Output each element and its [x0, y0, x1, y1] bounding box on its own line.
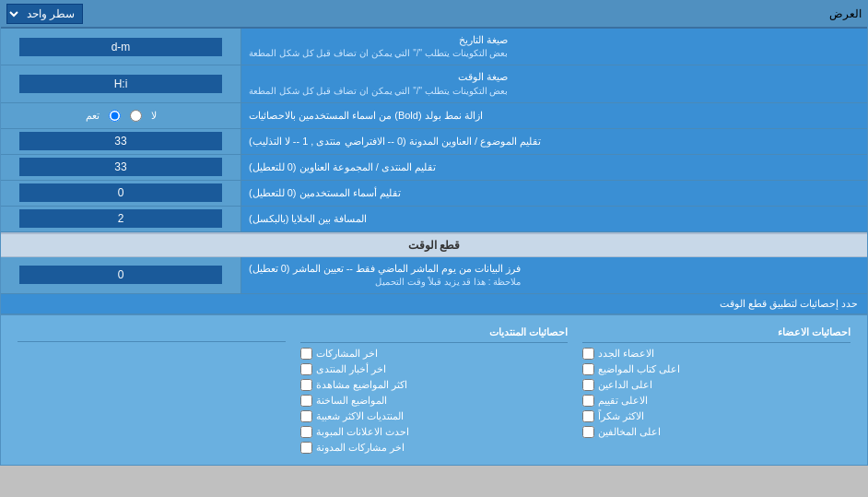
trim-users-row: تقليم أسماء المستخدمين (0 للتعطيل)	[1, 181, 867, 207]
checkbox-forum-news[interactable]	[300, 363, 312, 375]
main-container: العرض سطر واحد سطرين ثلاثة أسطر صيغة الت…	[0, 0, 868, 466]
checkbox-most-thanks[interactable]	[582, 410, 594, 422]
cell-spacing-input[interactable]	[19, 209, 222, 228]
display-select[interactable]: سطر واحد سطرين ثلاثة أسطر	[6, 4, 83, 24]
limit-row: حدد إحصائيات لتطبيق قطع الوقت	[1, 294, 867, 314]
cut-time-input[interactable]	[19, 266, 222, 284]
list-item: الاعلى تقييم	[582, 393, 850, 408]
checkbox-top-inviters[interactable]	[582, 379, 594, 391]
time-format-input[interactable]	[19, 75, 222, 93]
trim-users-label: تقليم أسماء المستخدمين (0 للتعطيل)	[240, 181, 867, 206]
checkbox-popular-forums[interactable]	[300, 410, 312, 422]
trim-titles-label: تقليم الموضوع / العناوين المدونة (0 -- ا…	[240, 129, 867, 154]
checkbox-grid: احصائيات الاعضاء الاعضاء الجدد اعلى كتاب…	[10, 321, 858, 459]
cell-spacing-label: المسافة بين الخلايا (بالبكسل)	[240, 207, 867, 231]
trim-titles-row: تقليم الموضوع / العناوين المدونة (0 -- ا…	[1, 129, 867, 155]
checkbox-area: احصائيات الاعضاء الاعضاء الجدد اعلى كتاب…	[1, 314, 867, 465]
bold-remove-yes-radio[interactable]	[109, 110, 121, 122]
list-item: اخر أخبار المنتدى	[300, 361, 569, 377]
col-extra-stats	[10, 321, 293, 459]
bold-remove-row: ازالة نمط بولد (Bold) من اسماء المستخدمي…	[1, 103, 867, 129]
time-format-input-wrapper	[1, 65, 240, 101]
date-format-label: صيغة التاريخ بعض التكوينات يتطلب "/" الت…	[240, 29, 867, 65]
cell-spacing-row: المسافة بين الخلايا (بالبكسل)	[1, 207, 867, 232]
list-item: المنتديات الاكثر شعبية	[300, 408, 569, 424]
trim-forum-label: تقليم المنتدى / المجموعة العناوين (0 للت…	[240, 155, 867, 180]
cut-time-label: فرز البيانات من يوم الماشر الماضي فقط --…	[240, 257, 867, 293]
radio-yes-label: تعم	[86, 110, 100, 122]
list-item: احدث الاعلانات المبوبة	[300, 424, 569, 440]
trim-users-input-wrapper	[1, 181, 240, 206]
checkbox-top-violators[interactable]	[582, 426, 594, 438]
list-item: اعلى كتاب المواضيع	[582, 361, 850, 377]
list-item: الاكثر شكراً	[582, 408, 850, 424]
bold-remove-input-wrapper: لا تعم	[1, 103, 240, 128]
time-format-label: صيغة الوقت بعض التكوينات يتطلب "/" التي …	[240, 65, 867, 101]
trim-forum-row: تقليم المنتدى / المجموعة العناوين (0 للت…	[1, 155, 867, 181]
checkbox-hot-topics[interactable]	[300, 395, 312, 407]
header-title: العرض	[829, 7, 862, 20]
cell-spacing-input-wrapper	[1, 207, 240, 231]
cut-time-row: فرز البيانات من يوم الماشر الماضي فقط --…	[1, 257, 867, 294]
cut-time-input-wrapper	[1, 257, 240, 293]
time-format-row: صيغة الوقت بعض التكوينات يتطلب "/" التي …	[1, 65, 867, 102]
col-members-stats: احصائيات الاعضاء الاعضاء الجدد اعلى كتاب…	[575, 321, 858, 459]
date-format-input-wrapper	[1, 29, 240, 65]
trim-titles-input-wrapper	[1, 129, 240, 154]
list-item: اعلى الداعين	[582, 377, 850, 393]
list-item: الاعضاء الجدد	[582, 346, 850, 361]
col-forum-stats: احصائيات المنتديات اخر المشاركات اخر أخب…	[293, 321, 576, 459]
checkbox-classifieds[interactable]	[300, 426, 312, 438]
trim-titles-input[interactable]	[19, 132, 222, 150]
bold-remove-label: ازالة نمط بولد (Bold) من اسماء المستخدمي…	[240, 103, 867, 128]
date-format-row: صيغة التاريخ بعض التكوينات يتطلب "/" الت…	[1, 29, 867, 65]
list-item: اعلى المخالفين	[582, 424, 850, 440]
checkbox-most-viewed[interactable]	[300, 379, 312, 391]
list-item: اكثر المواضيع مشاهدة	[300, 377, 569, 393]
checkbox-top-writers[interactable]	[582, 363, 594, 375]
list-item: اخر المشاركات	[300, 346, 569, 361]
header-row: العرض سطر واحد سطرين ثلاثة أسطر	[1, 1, 867, 29]
trim-forum-input[interactable]	[19, 158, 222, 176]
checkbox-new-members[interactable]	[582, 348, 594, 360]
checkbox-last-posts[interactable]	[300, 348, 312, 360]
checkbox-top-rated[interactable]	[582, 395, 594, 407]
trim-users-input[interactable]	[19, 183, 222, 202]
list-item: المواضيع الساخنة	[300, 393, 569, 408]
cut-time-section-header: قطع الوقت	[1, 232, 867, 257]
trim-forum-input-wrapper	[1, 155, 240, 180]
checkbox-blog-posts[interactable]	[300, 442, 312, 454]
date-format-input[interactable]	[19, 38, 222, 56]
bold-remove-no-radio[interactable]	[130, 110, 142, 122]
list-item: اخر مشاركات المدونة	[300, 440, 569, 456]
radio-no-label: لا	[151, 110, 157, 122]
